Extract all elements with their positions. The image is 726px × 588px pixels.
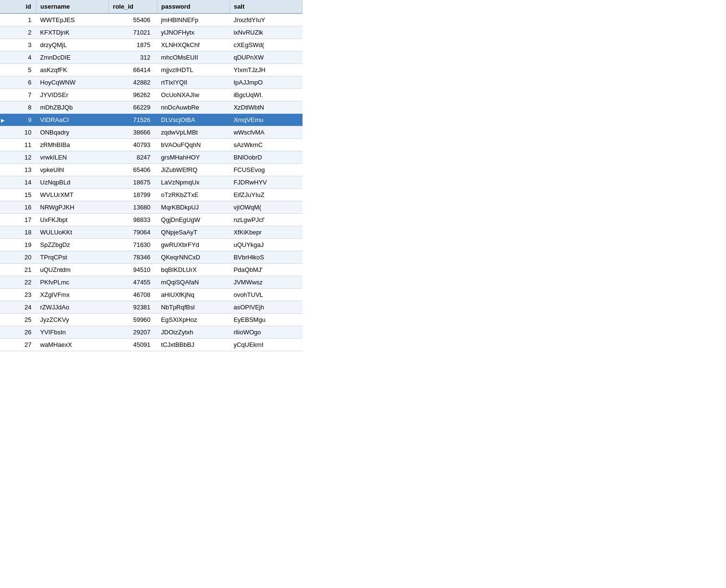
cell-password: LaVzNpmqUx	[157, 176, 230, 189]
table-row[interactable]: 5asKzqfFK66414mjjvzIHDTLYIxmTJzJH	[0, 64, 302, 76]
cell-username: WULUoKKt	[36, 226, 109, 239]
col-header-salt[interactable]: salt	[230, 0, 302, 13]
cell-role-id: 55406	[109, 13, 157, 26]
cell-salt: EyEBSMgu	[230, 314, 302, 326]
table-row[interactable]: 13vpkeUihl65406JiZubWEfRQFCUSEvog	[0, 164, 302, 176]
table-row[interactable]: 14UzNqpBLd18675LaVzNpmqUxFJDRwHYV	[0, 176, 302, 189]
cell-salt: sAzWkmC	[230, 139, 302, 151]
cell-username: UzNqpBLd	[36, 176, 109, 189]
cell-id: 13	[0, 164, 36, 176]
table-row[interactable]: 16NRWgPJKH13680MqrKBDkpUJvjIOWqM(	[0, 201, 302, 214]
cell-password: grsMHahHOY	[157, 151, 230, 164]
data-table-container: id username role_id password salt 1WWTEp…	[0, 0, 302, 351]
cell-username: KFXTDjnK	[36, 26, 109, 39]
cell-role-id: 18799	[109, 189, 157, 201]
table-row[interactable]: 17UxFKJbpt98833QgjDnEgUgWnzLgwPJcl'	[0, 214, 302, 226]
cell-id: 1	[0, 13, 36, 26]
cell-role-id: 65406	[109, 164, 157, 176]
cell-username: HoyCqWNW	[36, 76, 109, 89]
cell-id: 14	[0, 176, 36, 189]
cell-id: 8	[0, 101, 36, 114]
table-row[interactable]: 3drzyQMjL1875XLNHXQkChfcXEgSWd(	[0, 39, 302, 51]
cell-role-id: 71630	[109, 239, 157, 251]
table-row[interactable]: 1WWTEpJES55406jmHBINNEFpJnxzfdYIuY	[0, 13, 302, 26]
cell-salt: ixNvRUZlk	[230, 26, 302, 39]
cell-salt: PdaQbMJ'	[230, 264, 302, 276]
table-row[interactable]: 12vrwkILEN8247grsMHahHOYBNlOobrD	[0, 151, 302, 164]
cell-salt: uQUYkgaJ	[230, 239, 302, 251]
table-row[interactable]: 15WVLUrXMT18799oTzRKbZTxEEifZJuYIuZ	[0, 189, 302, 201]
cell-id: 3	[0, 39, 36, 51]
col-header-password[interactable]: password	[157, 0, 230, 13]
cell-salt: EifZJuYIuZ	[230, 189, 302, 201]
table-row[interactable]: 7JYVIDSEr96262OcUoNXAJIwiBgcUqWI.	[0, 89, 302, 101]
cell-username: SpZZbgDz	[36, 239, 109, 251]
col-header-role_id[interactable]: role_id	[109, 0, 157, 13]
cell-password: NbTpRqfBsl	[157, 301, 230, 314]
col-header-username[interactable]: username	[36, 0, 109, 13]
cell-role-id: 45091	[109, 339, 157, 351]
cell-salt: qDUPnXW	[230, 51, 302, 64]
table-row[interactable]: 8mDhZBJQb66229nnDcAuwbReXzDtlWbtN	[0, 101, 302, 114]
cell-salt: XfKiKbepr	[230, 226, 302, 239]
table-row[interactable]: 18WULUoKKt79064QNpjeSaAyTXfKiKbepr	[0, 226, 302, 239]
cell-role-id: 98833	[109, 214, 157, 226]
cell-password: QNpjeSaAyT	[157, 226, 230, 239]
cell-password: zqdwVpLMBt	[157, 126, 230, 139]
table-row[interactable]: 4ZmnDcDIE312mhcOMsEUIIqDUPnXW	[0, 51, 302, 64]
cell-password: MqrKBDkpUJ	[157, 201, 230, 214]
cell-username: WVLUrXMT	[36, 189, 109, 201]
cell-salt: rliioWOgo	[230, 326, 302, 339]
table-row[interactable]: 6HoyCqWNW42882rtTlxIYQIIIpAJJmpO	[0, 76, 302, 89]
table-row[interactable]: 21uQUZntdm94510bqBIKDLUrXPdaQbMJ'	[0, 264, 302, 276]
cell-username: PKfvPLmc	[36, 276, 109, 289]
cell-username: NRWgPJKH	[36, 201, 109, 214]
cell-role-id: 92381	[109, 301, 157, 314]
table-row[interactable]: 10ONBqadry38666zqdwVpLMBtwWscfvMA	[0, 126, 302, 139]
cell-salt: nzLgwPJcl'	[230, 214, 302, 226]
table-row[interactable]: 26YVIFbsIn29207JDOizZytxhrliioWOgo	[0, 326, 302, 339]
cell-role-id: 29207	[109, 326, 157, 339]
cell-id: 24	[0, 301, 36, 314]
cell-password: mjjvzIHDTL	[157, 64, 230, 76]
cell-id: 23	[0, 289, 36, 301]
cell-id: 10	[0, 126, 36, 139]
cell-id: 22	[0, 276, 36, 289]
cell-salt: yCqUEkmI	[230, 339, 302, 351]
table-row[interactable]: 23XZgIVFmx46708aHiUXfKjNqovohTUVL	[0, 289, 302, 301]
cell-role-id: 42882	[109, 76, 157, 89]
cell-role-id: 13680	[109, 201, 157, 214]
cell-salt: FCUSEvog	[230, 164, 302, 176]
cell-username: YVIFbsIn	[36, 326, 109, 339]
cell-id: 6	[0, 76, 36, 89]
cell-role-id: 79064	[109, 226, 157, 239]
cell-password: EgSXiXpHoz	[157, 314, 230, 326]
table-row[interactable]: 20TPrqCPst78346QKeqrNNCxDBVbrHlkoS	[0, 251, 302, 264]
table-row[interactable]: 24rZWJJdAo92381NbTpRqfBslasOPIVEjh	[0, 301, 302, 314]
cell-password: DLVscjOtBA	[157, 114, 230, 126]
cell-password: QKeqrNNCxD	[157, 251, 230, 264]
cell-id: ▶9	[0, 114, 36, 126]
cell-password: JDOizZytxh	[157, 326, 230, 339]
cell-role-id: 312	[109, 51, 157, 64]
col-header-id[interactable]: id	[0, 0, 36, 13]
table-row[interactable]: 11zRMhBIBa40793bVAOuFQqhNsAzWkmC	[0, 139, 302, 151]
cell-id: 25	[0, 314, 36, 326]
cell-username: mDhZBJQb	[36, 101, 109, 114]
cell-id: 17	[0, 214, 36, 226]
cell-id: 15	[0, 189, 36, 201]
table-row[interactable]: 2KFXTDjnK71021ylJNOFHytxixNvRUZlk	[0, 26, 302, 39]
table-row[interactable]: 25JyzZCKVy59960EgSXiXpHozEyEBSMgu	[0, 314, 302, 326]
cell-username: WWTEpJES	[36, 13, 109, 26]
cell-salt: wWscfvMA	[230, 126, 302, 139]
table-row[interactable]: 22PKfvPLmc47455mQqiSQAfaNJVMWwsz	[0, 276, 302, 289]
table-row[interactable]: 27waMHaexX45091tCJxtBBbBJyCqUEkmI	[0, 339, 302, 351]
cell-salt: asOPIVEjh	[230, 301, 302, 314]
cell-id: 12	[0, 151, 36, 164]
table-row[interactable]: ▶9VIDRAaCI71526DLVscjOtBAXmqVEmu	[0, 114, 302, 126]
table-row[interactable]: 19SpZZbgDz71630gwRUXbrFYduQUYkgaJ	[0, 239, 302, 251]
cell-password: tCJxtBBbBJ	[157, 339, 230, 351]
cell-password: XLNHXQkChf	[157, 39, 230, 51]
cell-id: 7	[0, 89, 36, 101]
cell-salt: JnxzfdYIuY	[230, 13, 302, 26]
